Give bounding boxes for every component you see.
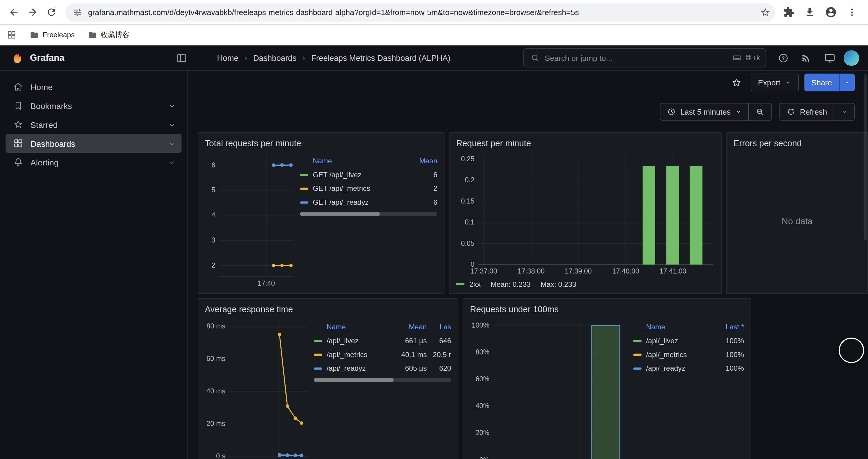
legend-horizontal-scrollbar[interactable] bbox=[314, 378, 451, 382]
refresh-button[interactable]: Refresh bbox=[779, 103, 834, 121]
svg-text:?: ? bbox=[781, 55, 784, 61]
help-icon[interactable]: ? bbox=[774, 49, 792, 67]
display-kiosk-icon[interactable] bbox=[820, 49, 839, 67]
scrollbar-thumb[interactable] bbox=[300, 212, 380, 216]
downloads-icon[interactable] bbox=[800, 3, 819, 22]
chart-average-response-time[interactable]: 17:4080 ms60 ms40 ms20 ms0 s bbox=[205, 317, 309, 459]
chart-requests-under-100ms[interactable]: 17:40100%80%60%40%20%0% bbox=[470, 317, 629, 459]
profile-icon[interactable] bbox=[822, 3, 840, 22]
zoom-out-button[interactable] bbox=[748, 103, 772, 121]
search-input[interactable]: Search or jump to... ⌘+k bbox=[523, 48, 766, 68]
share-button[interactable]: Share bbox=[804, 73, 839, 91]
panel-title[interactable]: Average response time bbox=[205, 302, 451, 317]
browser-toolbar: grafana.mathmast.com/d/deytv4rwavabkb/fr… bbox=[0, 0, 868, 24]
series-name: /api/_metrics bbox=[646, 350, 687, 359]
breadcrumb-home[interactable]: Home bbox=[217, 54, 238, 62]
site-settings-icon[interactable] bbox=[73, 7, 83, 17]
panel-total-requests-per-minute: Total requests per minute 17:4065432 Nam… bbox=[198, 132, 445, 294]
reload-icon[interactable] bbox=[42, 3, 61, 22]
sidebar-item-alerting[interactable]: Alerting bbox=[6, 153, 182, 172]
series-name: GET /api/_livez bbox=[313, 170, 362, 179]
sidebar-item-label: Bookmarks bbox=[30, 101, 72, 110]
sidebar-item-home[interactable]: Home bbox=[6, 77, 182, 96]
chevron-down-icon[interactable] bbox=[168, 102, 176, 110]
svg-text:3: 3 bbox=[212, 236, 215, 244]
address-bar[interactable]: grafana.mathmast.com/d/deytv4rwavabkb/fr… bbox=[65, 3, 775, 21]
panel-title[interactable]: Requests under 100ms bbox=[470, 302, 744, 317]
chevron-down-icon bbox=[785, 79, 791, 86]
chevron-down-icon[interactable] bbox=[168, 121, 176, 129]
panel-title[interactable]: Request per minute bbox=[456, 136, 715, 151]
legend-row: /api/_readyz 605 µs 620 bbox=[314, 362, 451, 375]
legend-col-last[interactable]: Las bbox=[427, 323, 451, 331]
series-name: /api/_livez bbox=[646, 336, 678, 345]
chevron-down-icon[interactable] bbox=[168, 139, 176, 147]
url-text[interactable]: grafana.mathmast.com/d/deytv4rwavabkb/fr… bbox=[88, 8, 760, 17]
legend-col-last[interactable]: Last * bbox=[713, 323, 744, 331]
svg-text:0 s: 0 s bbox=[216, 452, 225, 459]
svg-text:0.15: 0.15 bbox=[461, 197, 474, 205]
series-name[interactable]: 2xx bbox=[469, 280, 481, 288]
breadcrumb-separator: › bbox=[245, 54, 247, 62]
legend-col-mean[interactable]: Mean bbox=[392, 323, 427, 331]
export-button[interactable]: Export bbox=[751, 73, 799, 91]
zoom-out-icon bbox=[756, 107, 765, 117]
bookmark-folder-freeleaps[interactable]: Freeleaps bbox=[30, 30, 74, 39]
scrollbar-thumb[interactable] bbox=[314, 378, 393, 382]
legend-table: Name Mean Las /api/_livez 661 µs 646 bbox=[314, 317, 451, 459]
series-swatch bbox=[314, 367, 322, 369]
series-name: GET /api/_readyz bbox=[313, 198, 369, 206]
refresh-interval-button[interactable] bbox=[834, 103, 855, 121]
apps-grid-icon[interactable] bbox=[6, 30, 17, 40]
bell-icon bbox=[13, 157, 23, 167]
chart-total-requests[interactable]: 17:4065432 bbox=[205, 151, 296, 289]
vertical-scrollbar[interactable] bbox=[864, 74, 867, 240]
series-swatch bbox=[633, 340, 642, 342]
svg-text:20%: 20% bbox=[476, 429, 490, 436]
share-menu-button[interactable] bbox=[839, 73, 855, 91]
grafana-logo[interactable] bbox=[11, 52, 24, 64]
search-placeholder: Search or jump to... bbox=[545, 54, 727, 62]
grafana-top-nav: Grafana Home › Dashboards › Freeleaps Me… bbox=[0, 45, 868, 71]
forward-icon[interactable] bbox=[23, 3, 42, 22]
chevron-down-icon[interactable] bbox=[168, 158, 176, 166]
favorite-star-icon[interactable] bbox=[727, 73, 745, 91]
bookmark-folder-blogs[interactable]: 收藏博客 bbox=[88, 30, 130, 40]
folder-icon bbox=[88, 30, 97, 39]
chart-request-per-minute[interactable]: 17:37:0017:38:0017:39:0017:40:0017:41:00… bbox=[456, 151, 715, 279]
svg-text:80%: 80% bbox=[476, 348, 490, 356]
legend-row: /api/_readyz 100% bbox=[633, 362, 744, 375]
news-rss-icon[interactable] bbox=[797, 49, 815, 67]
sidebar-item-dashboards[interactable]: Dashboards bbox=[6, 134, 182, 153]
time-range-picker[interactable]: Last 5 minutes bbox=[660, 103, 749, 121]
dashboard-content: Export Share Last 5 minutes bbox=[188, 71, 868, 459]
breadcrumb-dashboards[interactable]: Dashboards bbox=[253, 54, 297, 62]
legend-col-mean[interactable]: Mean bbox=[404, 157, 437, 165]
back-icon[interactable] bbox=[4, 3, 23, 22]
legend-horizontal-scrollbar[interactable] bbox=[300, 212, 438, 216]
sidebar-item-starred[interactable]: Starred bbox=[6, 115, 182, 134]
svg-text:0.1: 0.1 bbox=[465, 218, 474, 226]
bookmark-star-icon[interactable] bbox=[760, 7, 771, 18]
series-name: /api/_livez bbox=[327, 336, 359, 345]
panel-title[interactable]: Errors per second bbox=[734, 136, 861, 151]
bookmark-icon bbox=[13, 101, 23, 111]
sidebar-toggle-icon[interactable] bbox=[176, 52, 187, 63]
bookmark-label: 收藏博客 bbox=[101, 30, 129, 40]
assistant-avatar[interactable] bbox=[839, 338, 864, 363]
extensions-icon[interactable] bbox=[779, 3, 798, 22]
user-avatar[interactable] bbox=[844, 50, 859, 66]
sidebar-item-bookmarks[interactable]: Bookmarks bbox=[6, 96, 182, 115]
legend-col-name[interactable]: Name bbox=[633, 323, 713, 331]
grafana-brand[interactable]: Grafana bbox=[30, 53, 64, 63]
screen: grafana.mathmast.com/d/deytv4rwavabkb/fr… bbox=[0, 0, 868, 459]
series-name: /api/_metrics bbox=[327, 350, 367, 359]
browser-menu-icon[interactable] bbox=[843, 3, 862, 22]
legend-col-name[interactable]: Name bbox=[300, 157, 404, 165]
legend-col-name[interactable]: Name bbox=[314, 323, 391, 331]
series-last: 20.5 r bbox=[427, 350, 451, 359]
legend-row: /api/_livez 661 µs 646 bbox=[314, 334, 451, 348]
panel-title[interactable]: Total requests per minute bbox=[205, 136, 437, 151]
series-mean: 6 bbox=[404, 170, 437, 179]
sidebar-item-label: Starred bbox=[30, 120, 58, 129]
